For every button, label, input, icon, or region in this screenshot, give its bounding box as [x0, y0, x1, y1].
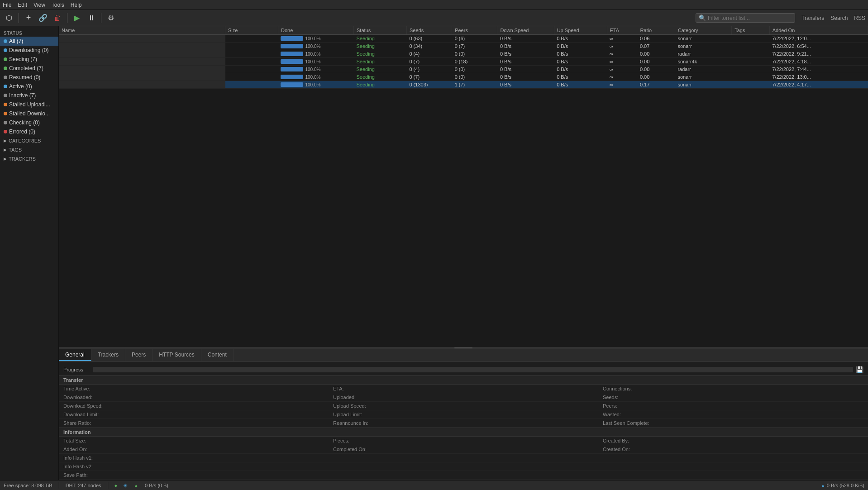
logo-button[interactable]: ⬡	[3, 12, 15, 24]
dot-stalled-upload	[4, 103, 7, 106]
options-icon: ⚙	[108, 14, 114, 22]
trackers-collapse[interactable]: ▶ TRACKERS	[0, 154, 58, 163]
transfers-link[interactable]: Transfers	[801, 15, 824, 21]
menu-file[interactable]: File	[3, 2, 11, 8]
tab-trackers[interactable]: Trackers	[91, 349, 125, 361]
tags-collapse[interactable]: ▶ TAGS	[0, 145, 58, 154]
cell-name	[59, 35, 225, 43]
col-header-name[interactable]: Name	[59, 26, 225, 35]
resume-button[interactable]: ▶	[71, 12, 83, 24]
col-header-tags[interactable]: Tags	[732, 26, 770, 35]
sidebar-item-stalled-download[interactable]: Stalled Downlo...	[0, 109, 58, 118]
field-eta: ETA:	[329, 385, 598, 393]
col-header-peers[interactable]: Peers	[452, 26, 497, 35]
categories-collapse[interactable]: ▶ CATEGORIES	[0, 136, 58, 145]
remove-button[interactable]: 🗑	[51, 12, 64, 24]
cell-eta: ∞	[607, 81, 637, 89]
table-row[interactable]: 100.0%Seeding0 (1303)1 (7)0 B/s0 B/s∞0.1…	[59, 81, 868, 89]
cell-category: sonarr	[675, 81, 731, 89]
menu-view[interactable]: View	[33, 2, 45, 8]
sidebar-item-all[interactable]: All (7)	[0, 37, 58, 46]
tab-peers[interactable]: Peers	[125, 349, 153, 361]
cell-seeds: 0 (4)	[406, 66, 452, 73]
top-links: Transfers Search RSS	[801, 15, 865, 21]
cell-name	[59, 43, 225, 50]
col-header-ratio[interactable]: Ratio	[637, 26, 675, 35]
field-connections: Connections:	[598, 385, 868, 393]
up-down-speed: 0 B/s (0 B)	[145, 483, 168, 488]
sidebar-item-errored[interactable]: Errored (0)	[0, 127, 58, 136]
sidebar-item-active[interactable]: Active (0)	[0, 82, 58, 91]
cell-tags	[732, 35, 770, 43]
cell-up-speed: 0 B/s	[554, 35, 607, 43]
table-row[interactable]: 100.0%Seeding0 (4)0 (0)0 B/s0 B/s∞0.00ra…	[59, 50, 868, 58]
search-link[interactable]: Search	[830, 15, 848, 21]
cell-eta: ∞	[607, 35, 637, 43]
connected-icon: ▲	[134, 483, 138, 488]
resume-icon: ▶	[74, 14, 80, 22]
col-header-added[interactable]: Added On	[769, 26, 868, 35]
table-row[interactable]: 100.0%Seeding0 (34)0 (7)0 B/s0 B/s∞0.07s…	[59, 43, 868, 50]
cell-tags	[732, 73, 770, 81]
search-input[interactable]	[708, 15, 792, 21]
cell-ratio: 0.06	[637, 35, 675, 43]
cell-done: 100.0%	[278, 66, 353, 73]
menu-tools[interactable]: Tools	[52, 2, 64, 8]
tab-general[interactable]: General	[59, 349, 91, 361]
transfer-fields: Time Active: ETA: Connections: Downloade…	[59, 385, 868, 428]
tags-label: TAGS	[9, 147, 22, 152]
cell-ratio: 0.17	[637, 81, 675, 89]
sidebar-item-checking[interactable]: Checking (0)	[0, 118, 58, 127]
cell-ratio: 0.00	[637, 58, 675, 66]
add-magnet-button[interactable]: 🔗	[37, 12, 49, 24]
table-row[interactable]: 100.0%Seeding0 (7)0 (0)0 B/s0 B/s∞0.00so…	[59, 73, 868, 81]
pause-button[interactable]: ⏸	[85, 12, 98, 24]
col-header-status[interactable]: Status	[354, 26, 407, 35]
col-header-seeds[interactable]: Seeds	[406, 26, 452, 35]
sidebar-item-resumed[interactable]: Resumed (0)	[0, 73, 58, 82]
col-header-category[interactable]: Category	[675, 26, 731, 35]
dot-stalled-download	[4, 112, 7, 115]
time-active-label: Time Active:	[63, 386, 109, 391]
sidebar-label-downloading: Downloading (0)	[9, 47, 48, 53]
menu-help[interactable]: Help	[71, 2, 82, 8]
cell-category: radarr	[675, 50, 731, 58]
sidebar-item-downloading[interactable]: Downloading (0)	[0, 46, 58, 55]
tab-content[interactable]: Content	[201, 349, 234, 361]
sidebar-item-completed[interactable]: Completed (7)	[0, 64, 58, 73]
cell-size	[225, 73, 278, 81]
tab-http-sources[interactable]: HTTP Sources	[153, 349, 201, 361]
connections-label: Connections:	[603, 386, 648, 391]
info-hash-v2-label: Info Hash v2:	[63, 464, 109, 469]
table-row[interactable]: 100.0%Seeding0 (7)0 (18)0 B/s0 B/s∞0.00s…	[59, 58, 868, 66]
col-header-down-speed[interactable]: Down Speed	[497, 26, 554, 35]
add-torrent-button[interactable]: +	[22, 12, 35, 24]
dot-downloading	[4, 48, 7, 52]
field-share-ratio: Share Ratio:	[59, 419, 329, 428]
options-button[interactable]: ⚙	[105, 12, 117, 24]
table-row[interactable]: 100.0%Seeding0 (4)0 (0)0 B/s0 B/s∞0.00ra…	[59, 66, 868, 73]
col-header-eta[interactable]: ETA	[607, 26, 637, 35]
col-header-done[interactable]: Done	[278, 26, 353, 35]
cell-down-speed: 0 B/s	[497, 50, 554, 58]
sidebar-item-seeding[interactable]: Seeding (7)	[0, 55, 58, 64]
col-header-up-speed[interactable]: Up Speed	[554, 26, 607, 35]
rss-link[interactable]: RSS	[854, 15, 865, 21]
cell-ratio: 0.00	[637, 50, 675, 58]
add-torrent-icon: +	[26, 13, 31, 23]
menu-edit[interactable]: Edit	[18, 2, 27, 8]
cell-down-speed: 0 B/s	[497, 58, 554, 66]
sidebar-label-inactive: Inactive (7)	[9, 92, 36, 99]
field-download-limit: Download Limit:	[59, 410, 329, 419]
save-icon[interactable]: 💾	[856, 366, 863, 373]
cell-status: Seeding	[354, 81, 407, 89]
col-header-size[interactable]: Size	[225, 26, 278, 35]
sidebar-item-stalled-upload[interactable]: Stalled Uploadi...	[0, 100, 58, 109]
sidebar-item-inactive[interactable]: Inactive (7)	[0, 91, 58, 100]
cell-status: Seeding	[354, 35, 407, 43]
upload-speed-label: Upload Speed:	[333, 403, 378, 409]
cell-peers: 0 (0)	[452, 66, 497, 73]
table-row[interactable]: 100.0%Seeding0 (63)0 (6)0 B/s0 B/s∞0.06s…	[59, 35, 868, 43]
cell-seeds: 0 (63)	[406, 35, 452, 43]
status-sep-2	[108, 482, 108, 489]
